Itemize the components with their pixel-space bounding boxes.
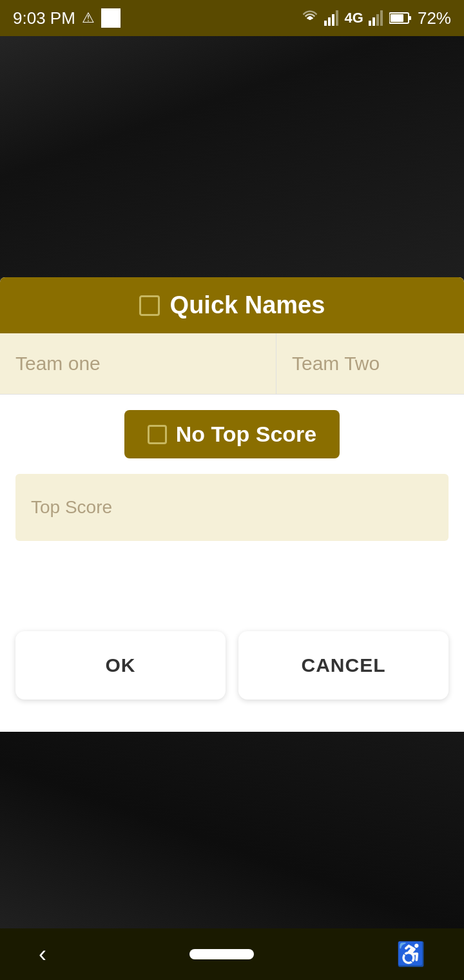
svg-rect-11 — [391, 14, 403, 22]
no-top-score-button[interactable]: No Top Score — [124, 410, 340, 458]
accessibility-button[interactable]: ♿ — [396, 941, 425, 968]
status-bar: 9:03 PM ⚠ 4G — [0, 0, 464, 36]
signal2-icon — [369, 9, 384, 27]
status-time: 9:03 PM — [13, 8, 75, 28]
dialog-header: Quick Names — [0, 277, 464, 333]
dialog-title: Quick Names — [170, 291, 325, 319]
no-top-score-label: No Top Score — [176, 422, 317, 447]
team-one-input[interactable] — [0, 333, 276, 394]
network-type: 4G — [345, 10, 363, 26]
svg-rect-2 — [328, 17, 331, 26]
back-button[interactable]: ‹ — [39, 941, 46, 968]
home-button[interactable] — [189, 949, 254, 959]
svg-rect-8 — [380, 10, 383, 26]
warning-icon: ⚠ — [82, 10, 95, 26]
no-top-score-row: No Top Score — [0, 395, 464, 474]
ok-button[interactable]: OK — [15, 631, 226, 700]
svg-rect-1 — [324, 21, 327, 26]
spacer — [0, 554, 464, 618]
dialog: Quick Names No Top Score OK CANCEL — [0, 277, 464, 732]
status-square-icon — [101, 8, 121, 28]
wifi-icon — [301, 9, 319, 27]
top-score-row — [0, 474, 464, 554]
battery-icon — [389, 9, 412, 27]
battery-percent: 72% — [418, 8, 451, 28]
team-names-row — [0, 333, 464, 395]
bottom-nav: ‹ ♿ — [0, 928, 464, 980]
buttons-row: OK CANCEL — [0, 618, 464, 719]
svg-rect-7 — [376, 14, 379, 26]
top-score-input[interactable] — [15, 474, 449, 541]
background-top — [0, 0, 464, 277]
no-top-score-checkbox — [148, 425, 167, 444]
svg-rect-6 — [372, 17, 375, 26]
status-right: 4G 72% — [301, 8, 451, 28]
svg-rect-5 — [369, 21, 371, 26]
cancel-button[interactable]: CANCEL — [238, 631, 449, 700]
svg-rect-3 — [332, 14, 334, 26]
status-left: 9:03 PM ⚠ — [13, 8, 121, 28]
team-two-input[interactable] — [276, 333, 464, 394]
signal-icon — [324, 9, 340, 27]
svg-rect-4 — [336, 10, 338, 26]
svg-rect-10 — [409, 16, 411, 20]
quick-names-checkbox[interactable] — [139, 295, 160, 316]
